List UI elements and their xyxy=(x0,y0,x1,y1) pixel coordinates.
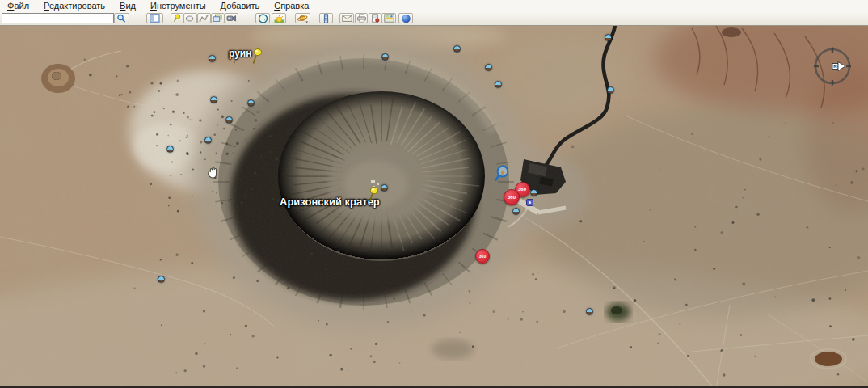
record-tour-button[interactable] xyxy=(225,13,238,23)
menu-item-3[interactable]: Инструменты xyxy=(143,0,213,12)
photo-marker[interactable] xyxy=(512,208,520,215)
planet-icon xyxy=(297,14,309,23)
placemark-pin-icon[interactable] xyxy=(368,186,379,207)
photo-marker[interactable] xyxy=(381,53,389,61)
menu-item-4[interactable]: Добавить xyxy=(213,0,268,12)
add-image-overlay-button[interactable] xyxy=(211,13,225,23)
earth-button[interactable] xyxy=(398,13,413,23)
sun-icon xyxy=(274,14,284,23)
menu-item-5[interactable]: Справка xyxy=(267,0,316,12)
photo-marker[interactable] xyxy=(485,64,492,71)
printer-icon xyxy=(356,14,367,23)
photo-marker[interactable] xyxy=(209,55,216,62)
placemark-pin-icon[interactable] xyxy=(251,48,263,69)
save-image-button[interactable] xyxy=(369,13,381,23)
photo-marker[interactable] xyxy=(605,34,612,41)
photo-marker[interactable] xyxy=(586,308,593,315)
photo-marker[interactable] xyxy=(453,45,461,53)
ruler-icon xyxy=(321,14,331,23)
email-button[interactable] xyxy=(339,13,354,23)
hand-cursor xyxy=(206,164,221,184)
photo-marker[interactable] xyxy=(381,184,388,192)
maps-icon xyxy=(384,14,394,23)
add-polygon-button[interactable] xyxy=(183,13,197,23)
placemark-label[interactable]: Аризонский кратер xyxy=(280,196,380,208)
camcorder-icon xyxy=(226,14,237,23)
photo-360-marker[interactable]: 360 xyxy=(475,249,490,264)
menu-item-1[interactable]: Редактировать xyxy=(36,0,112,12)
map-viewport[interactable] xyxy=(0,26,868,388)
photo-marker[interactable] xyxy=(210,96,217,103)
google-earth-window: ФайлРедактироватьВидИнструментыДобавитьС… xyxy=(0,0,868,388)
sidebar-panel-icon xyxy=(150,14,160,23)
search-input[interactable] xyxy=(2,13,114,23)
photo-marker[interactable] xyxy=(495,81,502,88)
menu-item-2[interactable]: Вид xyxy=(112,0,143,12)
path-icon xyxy=(199,14,209,23)
compass-icon[interactable]: N xyxy=(813,45,853,91)
menu-bar: ФайлРедактироватьВидИнструментыДобавитьС… xyxy=(0,0,868,12)
polygon-icon xyxy=(185,14,196,23)
toggle-sidebar-button[interactable] xyxy=(146,13,163,23)
ruler-button[interactable] xyxy=(319,13,333,23)
clock-icon xyxy=(258,14,268,23)
photo-marker[interactable] xyxy=(166,146,174,153)
placemark-label[interactable]: руин xyxy=(229,48,251,59)
streetview-marker[interactable] xyxy=(526,199,533,206)
photo-marker[interactable] xyxy=(204,137,212,144)
sunlight-button[interactable] xyxy=(272,13,286,23)
switch-planet-button[interactable] xyxy=(295,13,310,23)
photo-marker[interactable] xyxy=(607,86,614,94)
photo-marker[interactable] xyxy=(247,99,255,107)
view-in-maps-button[interactable] xyxy=(381,13,396,23)
historical-imagery-button[interactable] xyxy=(255,13,270,23)
envelope-icon xyxy=(342,14,352,23)
magnifier-icon xyxy=(116,14,127,23)
toolbar xyxy=(0,12,868,26)
photo-marker[interactable] xyxy=(530,189,537,196)
add-path-button[interactable] xyxy=(197,13,211,23)
photo-marker[interactable] xyxy=(225,116,233,124)
menu-item-0[interactable]: Файл xyxy=(0,0,36,12)
photo-marker[interactable] xyxy=(158,276,165,283)
globe-icon xyxy=(401,14,411,23)
satellite-imagery xyxy=(0,26,868,388)
photo-lens-icon[interactable] xyxy=(495,165,510,185)
svg-text:N: N xyxy=(833,64,836,69)
pushpin-icon xyxy=(172,14,183,23)
print-button[interactable] xyxy=(355,13,368,23)
photo-360-marker[interactable]: 360 xyxy=(504,189,520,205)
search-button[interactable] xyxy=(114,13,129,23)
save-image-icon xyxy=(370,14,381,23)
add-placemark-button[interactable] xyxy=(171,13,184,23)
image-overlay-icon xyxy=(213,14,223,23)
